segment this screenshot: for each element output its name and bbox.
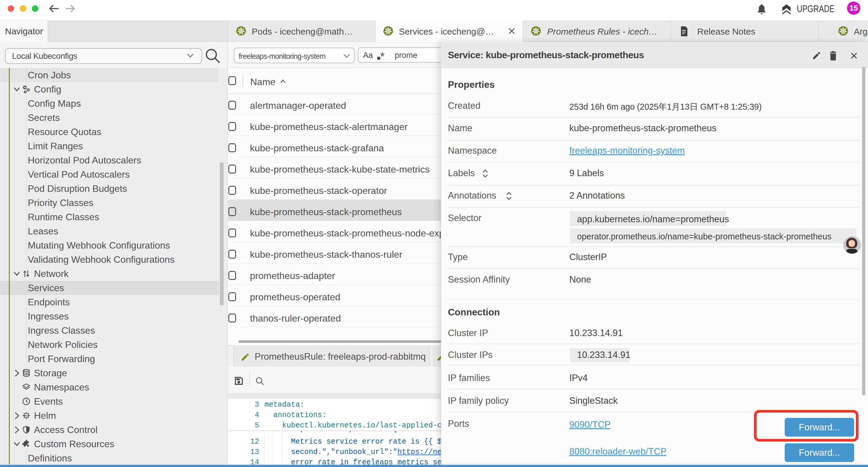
svg-text:HELM: HELM	[23, 415, 29, 417]
